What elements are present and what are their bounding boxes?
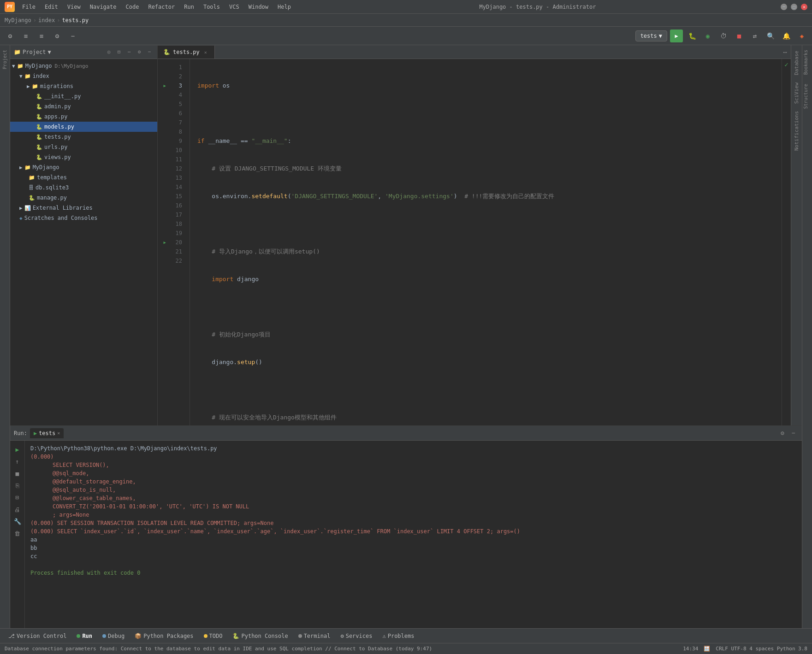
tree-item-apps[interactable]: 🐍 apps.py [10,112,157,122]
console-label: Python Console [241,633,288,639]
run-restart-icon[interactable]: ▶ [12,444,23,454]
tree-item-init[interactable]: 🐍 __init__.py [10,91,157,101]
tree-item-templates[interactable]: 📁 templates [10,172,157,183]
run-tab-close[interactable]: ✕ [57,430,60,436]
run-debug-icon[interactable]: 🐛 [686,29,699,42]
toolbar-right: tests ▼ ▶ 🐛 ◉ ⏱ ■ ⇄ 🔍 🔔 ◈ [635,29,808,42]
tree-item-views[interactable]: 🐍 views.py [10,152,157,162]
run-up-icon[interactable]: ↑ [12,456,23,466]
settings-icon[interactable]: ⚙ [4,29,17,42]
menu-navigate[interactable]: Navigate [86,3,120,11]
run-tools-icon[interactable]: 🔧 [12,516,23,526]
bottom-tab-debug[interactable]: Debug [98,631,129,641]
run-output-sql5: @@lower_case_table_names, [53,494,796,502]
structure-label[interactable]: Structure [802,79,812,113]
close-button[interactable]: ✕ [801,4,807,10]
run-profile-icon[interactable]: ⏱ [717,29,730,42]
code-editor[interactable]: ▶ [158,59,791,425]
run-coverage-icon[interactable]: ◉ [701,29,714,42]
dots-icon[interactable]: ⋯ [125,48,133,56]
tab-more-icon[interactable]: ⋯ [780,46,791,59]
right-tab-notifications[interactable]: Notifications [792,107,801,154]
menu-refactor[interactable]: Refactor [144,3,178,11]
tree-label-mydjango: MyDjango [25,63,52,69]
run-print-icon[interactable]: 🖨 [12,504,23,514]
breadcrumb-file[interactable]: tests.py [62,17,89,24]
search-icon[interactable]: 🔍 [764,29,777,42]
py-urls-icon: 🐍 [36,144,42,150]
run-filter-icon[interactable]: ⊟ [12,492,23,502]
run-minimize-icon[interactable]: − [789,429,798,438]
tree-item-admin[interactable]: 🐍 admin.py [10,101,157,112]
stop-icon[interactable]: ■ [733,29,746,42]
menu-edit[interactable]: Edit [41,3,62,11]
notification-icon[interactable]: 🔔 [780,29,793,42]
locate-icon[interactable]: ◎ [105,48,113,56]
expand-icon[interactable]: ≡ [19,29,32,42]
tree-item-index[interactable]: ▼ 📁 index [10,71,157,81]
code-content[interactable]: import os if __name__ == "__main__": # 设… [190,59,782,425]
tree-item-tests[interactable]: 🐍 tests.py [10,132,157,142]
services-icon: ⚙ [340,633,344,639]
bottom-tab-version-control[interactable]: ⎇ Version Control [4,631,71,641]
tree-label-manage: manage.py [37,194,67,201]
right-tab-sciview[interactable]: SciView [792,79,801,107]
hide-panel-icon[interactable]: − [145,48,154,56]
tree-item-external-libs[interactable]: ▶ 📊 External Libraries [10,203,157,213]
menu-run[interactable]: Run [180,3,198,11]
tree-item-migrations[interactable]: ▶ 📁 migrations [10,81,157,91]
project-label[interactable]: Project [1,45,8,74]
bottom-tab-terminal[interactable]: Terminal [294,631,335,641]
tree-item-models[interactable]: 🐍 models.py [10,122,157,132]
minimize-button[interactable]: ─ [781,4,787,10]
tree-item-db[interactable]: 🗄 db.sqlite3 [10,183,157,193]
editor-run-split: 📁 Project ▼ ◎ ⊟ ⋯ ⚙ − [10,45,802,628]
run-tab-tests[interactable]: ▶ tests ✕ [30,428,64,438]
maximize-button[interactable]: □ [791,4,797,10]
tree-item-mydjango-inner[interactable]: ▶ 📁 MyDjango [10,162,157,172]
bottom-tab-problems[interactable]: ⚠ Problems [378,631,419,641]
code-line-13: # 现在可以安全地导入Django模型和其他组件 [197,413,782,422]
collapse-tree-icon[interactable]: ⊟ [115,48,123,56]
bookmarks-label[interactable]: Bookmarks [802,45,812,79]
project-panel-title: 📁 Project ▼ [14,49,51,55]
run-copy-icon[interactable]: ⎘ [12,480,23,490]
tree-item-urls[interactable]: 🐍 urls.py [10,142,157,152]
breadcrumb-index[interactable]: index [38,17,55,24]
bottom-tab-python-packages[interactable]: 📦 Python Packages [130,631,198,641]
menu-vcs[interactable]: VCS [225,3,243,11]
menu-code[interactable]: Code [122,3,143,11]
menu-tools[interactable]: Tools [200,3,224,11]
editor-tab-tests[interactable]: 🐍 tests.py ✕ [158,46,215,59]
bottom-tab-todo[interactable]: TODO [199,631,227,641]
bottom-tab-run[interactable]: Run [72,631,97,641]
line-num-6: 6 [167,109,186,118]
bottom-tab-services[interactable]: ⚙ Services [336,631,377,641]
settings-panel-icon[interactable]: ⚙ [135,48,143,56]
menu-help[interactable]: Help [274,3,295,11]
run-button[interactable]: ▶ [670,29,683,42]
tree-item-mydjango[interactable]: ▼ 📁 MyDjango D:\MyDjango [10,61,157,71]
menu-file[interactable]: File [18,3,39,11]
right-tab-database[interactable]: Database [792,47,801,79]
run-stop-icon[interactable]: ■ [12,468,23,478]
run-output-time2: (0.000) SET SESSION TRANSACTION ISOLATIO… [30,519,796,527]
collapse-icon[interactable]: ≡ [35,29,48,42]
status-encoding: CRLF UTF-8 4 spaces Python 3.8 [716,646,807,652]
tree-item-scratches[interactable]: ◈ Scratches and Consoles [10,213,157,223]
run-output-sql7: ; args=None [53,511,796,519]
run-config-label: tests [640,33,657,39]
breadcrumb-mydjango[interactable]: MyDjango [5,17,31,24]
bottom-tab-python-console[interactable]: 🐍 Python Console [228,631,292,641]
minus-icon[interactable]: − [66,29,79,42]
tab-close-tests[interactable]: ✕ [202,49,209,55]
menu-window[interactable]: Window [245,3,272,11]
run-settings-icon[interactable]: ⚙ [778,429,787,438]
translate-icon[interactable]: ⇄ [748,29,761,42]
tree-item-manage[interactable]: 🐍 manage.py [10,193,157,203]
pycharm-icon[interactable]: ◈ [795,29,808,42]
gear-icon[interactable]: ⚙ [51,29,64,42]
menu-view[interactable]: View [64,3,84,11]
run-trash-icon[interactable]: 🗑 [12,528,23,538]
run-config-selector[interactable]: tests ▼ [635,30,667,41]
